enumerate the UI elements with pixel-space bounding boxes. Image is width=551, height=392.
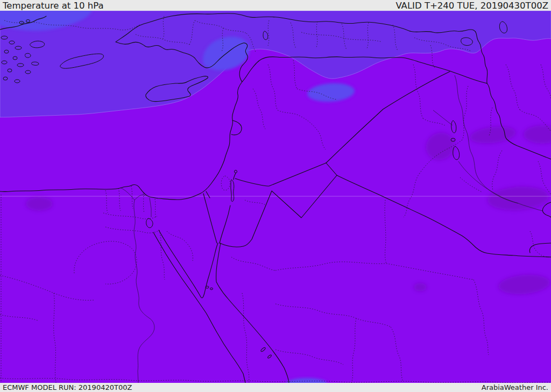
weather-map-app: Temperature at 10 hPa VALID T+240 TUE, 2…: [0, 0, 551, 392]
map-area: [0, 11, 551, 383]
temperature-map-svg: [0, 11, 551, 383]
valid-time-label: VALID T+240 TUE, 20190430T00Z: [395, 1, 548, 11]
model-run-label: ECMWF MODEL RUN: 20190420T00Z: [3, 383, 132, 392]
credit-label: ArabiaWeather Inc.: [482, 383, 548, 392]
footer-bar: ECMWF MODEL RUN: 20190420T00Z ArabiaWeat…: [0, 383, 551, 392]
map-title: Temperature at 10 hPa: [3, 1, 104, 11]
header-bar: Temperature at 10 hPa VALID T+240 TUE, 2…: [0, 0, 551, 11]
